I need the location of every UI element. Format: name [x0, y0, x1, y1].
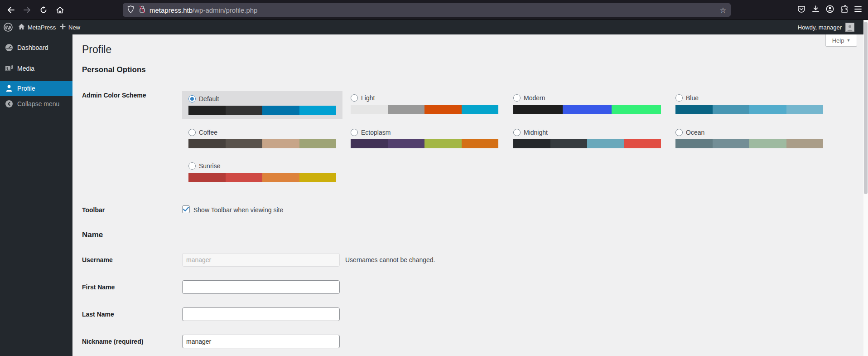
color-scheme-option-label[interactable]: Light [361, 94, 375, 102]
swatch-segment [188, 173, 226, 182]
swatch-segment [351, 139, 388, 148]
last-name-input[interactable] [182, 307, 340, 321]
site-menu-item[interactable]: MetaPress [18, 20, 56, 34]
swatch-segment [713, 105, 750, 114]
color-scheme-radio-blue[interactable] [675, 94, 683, 102]
color-scheme-option-label[interactable]: Modern [524, 94, 545, 102]
color-scheme-radio-midnight[interactable] [513, 129, 521, 136]
help-tab[interactable]: Help ▼ [825, 34, 857, 47]
swatch-segment [299, 106, 337, 115]
home-icon[interactable] [53, 3, 67, 17]
sidebar-item-profile[interactable]: Profile [0, 81, 72, 96]
scrollbar-thumb[interactable] [864, 22, 868, 194]
swatch-segment [188, 139, 226, 148]
account-icon[interactable] [826, 5, 834, 15]
swatch-segment [388, 105, 425, 114]
sidebar-item-label: Profile [17, 85, 35, 92]
url-text[interactable]: metapress.htb/wp-admin/profile.php [149, 6, 257, 14]
color-scheme-option-label[interactable]: Ocean [686, 129, 704, 136]
show-toolbar-checkbox[interactable] [182, 205, 190, 213]
swatch-segment [424, 105, 462, 114]
username-description: Usernames cannot be changed. [345, 256, 435, 263]
screen: metapress.htb/wp-admin/profile.php ☆ [0, 0, 868, 356]
color-scheme-option-modern[interactable]: Modern [513, 93, 661, 114]
color-scheme-swatches [675, 105, 823, 114]
swatch-segment [462, 105, 499, 114]
bookmark-star-icon[interactable]: ☆ [720, 6, 726, 15]
color-scheme-radio-ocean[interactable] [675, 129, 683, 136]
color-scheme-radio-light[interactable] [351, 94, 358, 102]
color-scheme-option-label[interactable]: Blue [686, 94, 699, 102]
page-scrollbar[interactable] [863, 20, 868, 356]
wordpress-logo-icon[interactable] [4, 20, 13, 34]
color-scheme-radio-modern[interactable] [513, 94, 521, 102]
swatch-segment [351, 105, 388, 114]
username-label: Username [82, 256, 113, 263]
shield-icon[interactable] [127, 5, 134, 15]
admin-sidebar: Dashboard Media Profile Collapse menu [0, 34, 72, 356]
sidebar-item-media[interactable]: Media [0, 61, 72, 76]
color-scheme-option-label[interactable]: Ectoplasm [361, 129, 391, 136]
url-path: /wp-admin/profile.php [193, 6, 257, 14]
color-scheme-option-blue[interactable]: Blue [675, 93, 823, 114]
color-scheme-option-midnight[interactable]: Midnight [513, 127, 661, 148]
swatch-segment [424, 139, 462, 148]
first-name-label: First Name [82, 283, 115, 291]
color-scheme-option-ectoplasm[interactable]: Ectoplasm [351, 127, 498, 148]
username-input [182, 253, 340, 267]
swatch-segment [262, 173, 299, 182]
help-label: Help [832, 37, 844, 44]
color-scheme-option-default[interactable]: Default [182, 91, 342, 119]
swatch-segment [624, 139, 661, 148]
pocket-icon[interactable] [797, 5, 805, 15]
downloads-icon[interactable] [812, 5, 820, 15]
url-bar[interactable]: metapress.htb/wp-admin/profile.php ☆ [123, 3, 731, 17]
menu-icon[interactable] [854, 6, 862, 14]
swatch-segment [262, 106, 299, 115]
plus-icon [60, 24, 66, 31]
swatch-segment [749, 139, 786, 148]
swatch-segment [188, 106, 226, 115]
color-scheme-option-coffee[interactable]: Coffee [188, 127, 336, 148]
show-toolbar-checkbox-label[interactable]: Show Toolbar when viewing site [193, 206, 283, 214]
sidebar-item-label: Media [17, 65, 34, 72]
my-account-menu-item[interactable]: Howdy, manager [798, 20, 854, 34]
swatch-segment [713, 139, 750, 148]
color-scheme-option-light[interactable]: Light [351, 93, 498, 114]
color-scheme-radio-coffee[interactable] [188, 129, 196, 136]
color-scheme-swatches [188, 139, 336, 148]
swatch-segment [226, 173, 263, 182]
back-icon[interactable] [4, 3, 18, 17]
color-scheme-swatches [188, 173, 336, 182]
color-scheme-option-label[interactable]: Midnight [524, 129, 548, 136]
extensions-icon[interactable] [840, 5, 848, 15]
swatch-segment [226, 106, 263, 115]
color-scheme-option-label[interactable]: Sunrise [199, 162, 220, 170]
sidebar-item-dashboard[interactable]: Dashboard [0, 40, 72, 55]
dashboard-icon [5, 44, 14, 52]
first-name-input[interactable] [182, 280, 340, 294]
forward-icon[interactable] [20, 3, 34, 17]
swatch-segment [550, 139, 588, 148]
color-scheme-radio-sunrise[interactable] [188, 162, 196, 170]
color-scheme-option-label[interactable]: Default [199, 95, 219, 102]
sidebar-item-collapse-menu[interactable]: Collapse menu [0, 96, 72, 112]
nickname-input[interactable] [182, 335, 340, 348]
color-scheme-radio-default[interactable] [188, 95, 196, 102]
swatch-segment [612, 105, 661, 114]
nickname-label: Nickname (required) [82, 338, 143, 345]
new-content-menu-item[interactable]: New [60, 20, 80, 34]
help-caret-icon: ▼ [846, 38, 850, 43]
reload-icon[interactable] [36, 3, 51, 17]
color-scheme-option-sunrise[interactable]: Sunrise [188, 161, 336, 182]
swatch-segment [563, 105, 612, 114]
swatch-segment [513, 139, 550, 148]
swatch-segment [462, 139, 499, 148]
avatar [845, 23, 854, 32]
toolbar-label: Toolbar [82, 206, 105, 214]
color-scheme-option-label[interactable]: Coffee [199, 129, 217, 136]
insecure-lock-icon[interactable] [139, 5, 146, 15]
color-scheme-option-ocean[interactable]: Ocean [675, 127, 823, 148]
color-scheme-radio-ectoplasm[interactable] [351, 129, 358, 136]
new-label: New [68, 24, 80, 31]
